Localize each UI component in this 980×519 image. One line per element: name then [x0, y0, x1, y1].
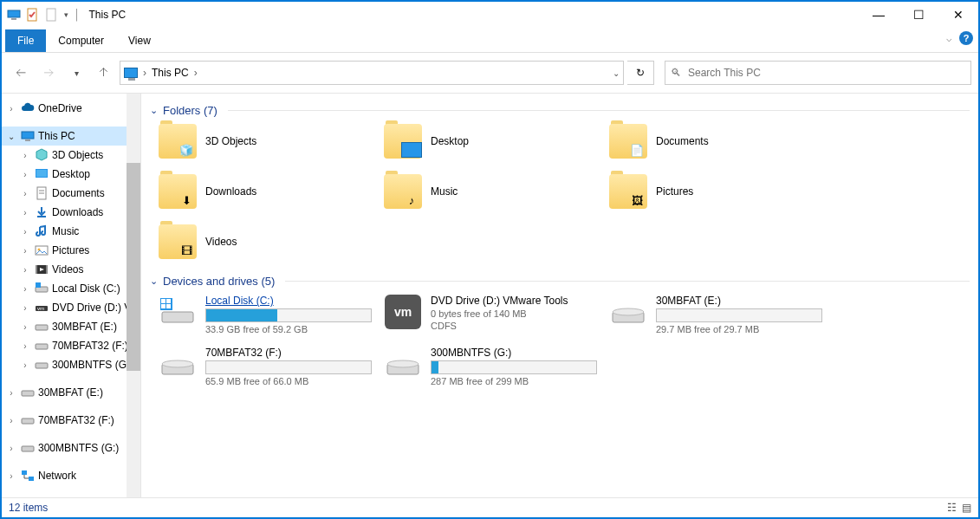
- breadcrumb-location[interactable]: This PC: [152, 67, 189, 79]
- svg-rect-22: [36, 325, 48, 330]
- tree-item[interactable]: ›OneDrive: [2, 99, 140, 118]
- tree-item[interactable]: ›Downloads: [2, 203, 140, 222]
- chevron-right-icon[interactable]: ›: [19, 265, 31, 275]
- chevron-right-icon[interactable]: ›: [19, 170, 31, 179]
- search-icon: 🔍︎: [671, 67, 681, 79]
- chevron-right-icon[interactable]: ›: [19, 303, 31, 313]
- view-details-icon[interactable]: ☷: [947, 502, 957, 514]
- drive-label: 70MBFAT32 (F:): [205, 347, 372, 359]
- back-button[interactable]: 🡠: [9, 61, 33, 85]
- tree-item-label: 30MBFAT (E:): [38, 386, 103, 399]
- disk-c-icon: [159, 295, 197, 329]
- folder-item[interactable]: 🖼Pictures: [609, 174, 826, 209]
- drive-label: 300MBNTFS (G:): [431, 347, 597, 359]
- tab-view[interactable]: View: [116, 29, 163, 52]
- tree-item[interactable]: ›30MBFAT (E:): [2, 317, 140, 336]
- svg-point-39: [162, 360, 193, 367]
- close-button[interactable]: ✕: [938, 2, 978, 28]
- help-icon[interactable]: ?: [959, 31, 973, 45]
- folder-label: Music: [431, 185, 458, 198]
- chevron-right-icon[interactable]: ›: [5, 388, 17, 398]
- address-bar[interactable]: › This PC › ⌄: [120, 61, 624, 85]
- group-header-drives[interactable]: ⌄ Devices and drives (5): [150, 275, 970, 288]
- tree-item[interactable]: ›Documents: [2, 184, 140, 203]
- search-input[interactable]: [686, 66, 965, 80]
- title-separator: │: [74, 9, 81, 21]
- chevron-right-icon[interactable]: ›: [5, 471, 17, 481]
- chevron-right-icon[interactable]: ›: [19, 341, 31, 351]
- up-button[interactable]: 🡡: [92, 61, 116, 85]
- folder-item[interactable]: 🎞Videos: [159, 224, 375, 259]
- tree-item[interactable]: ›30MBFAT (E:): [2, 383, 140, 402]
- tree-item[interactable]: ›Local Disk (C:): [2, 279, 140, 298]
- folder-item[interactable]: 📄Documents: [609, 124, 826, 159]
- search-box[interactable]: 🔍︎: [665, 61, 971, 85]
- chevron-right-icon[interactable]: ›: [19, 284, 31, 294]
- minimize-button[interactable]: —: [859, 2, 899, 28]
- tree-item-label: Desktop: [52, 168, 90, 180]
- group-header-folders[interactable]: ⌄ Folders (7): [150, 104, 970, 117]
- download-icon: ⬇: [176, 191, 197, 209]
- tree-item[interactable]: ›300MBNTFS (G:): [2, 355, 140, 374]
- chevron-right-icon[interactable]: ›: [5, 104, 17, 114]
- folder-item[interactable]: Desktop: [384, 124, 600, 159]
- refresh-button[interactable]: ↻: [627, 61, 654, 85]
- tree-item[interactable]: ›300MBNTFS (G:): [2, 438, 140, 457]
- tree-item[interactable]: ›3D Objects: [2, 146, 140, 165]
- tree-item[interactable]: ›Videos: [2, 260, 140, 279]
- drive-free-space: 29.7 MB free of 29.7 MB: [656, 324, 822, 334]
- tree-item[interactable]: ›Desktop: [2, 165, 140, 184]
- tree-item[interactable]: ›70MBFAT32 (F:): [2, 411, 140, 430]
- chevron-right-icon[interactable]: ›: [19, 322, 31, 332]
- tree-item-label: 30MBFAT (E:): [52, 321, 117, 333]
- download-icon: [35, 205, 49, 219]
- svg-rect-30: [162, 312, 193, 322]
- tree-item[interactable]: ⌄This PC: [2, 127, 140, 146]
- tab-computer[interactable]: Computer: [46, 29, 116, 52]
- qat-newfolder-icon[interactable]: [45, 8, 59, 22]
- chevron-right-icon[interactable]: ›: [19, 360, 31, 370]
- drive-item[interactable]: Local Disk (C:)33.9 GB free of 59.2 GB: [159, 295, 375, 334]
- tree-item[interactable]: ›Music: [2, 222, 140, 241]
- chevron-right-icon[interactable]: ›: [5, 444, 17, 453]
- qat-dropdown-icon[interactable]: ▾: [64, 10, 68, 19]
- tab-file[interactable]: File: [5, 29, 46, 52]
- video-icon: 🎞: [176, 242, 197, 259]
- chevron-right-icon[interactable]: ›: [19, 227, 31, 237]
- chevron-right-icon[interactable]: ›: [19, 208, 31, 217]
- tree-item-label: 300MBNTFS (G:): [52, 359, 133, 371]
- drive-item[interactable]: vmDVD Drive (D:) VMware Tools0 bytes fre…: [384, 295, 600, 334]
- tree-item-label: OneDrive: [38, 102, 82, 114]
- chevron-right-icon[interactable]: ›: [19, 151, 31, 160]
- chevron-right-icon[interactable]: ›: [5, 416, 17, 425]
- drive-item[interactable]: 30MBFAT (E:)29.7 MB free of 29.7 MB: [609, 295, 826, 334]
- tree-item[interactable]: ›Pictures: [2, 241, 140, 260]
- chevron-down-icon[interactable]: ⌄: [5, 132, 17, 141]
- forward-button[interactable]: 🡢: [36, 61, 61, 85]
- folder-item[interactable]: ♪Music: [384, 174, 600, 209]
- folder-icon: 🧊: [159, 124, 197, 159]
- sidebar-scrollbar-thumb[interactable]: [127, 163, 140, 371]
- group-divider: [285, 281, 970, 282]
- folder-label: Videos: [205, 236, 237, 248]
- drive-item[interactable]: 300MBNTFS (G:)287 MB free of 299 MB: [384, 347, 600, 386]
- recent-locations-icon[interactable]: ▾: [64, 61, 88, 85]
- drive-item[interactable]: 70MBFAT32 (F:)65.9 MB free of 66.0 MB: [159, 347, 375, 386]
- tree-item-label: Downloads: [52, 206, 103, 218]
- qat-properties-icon[interactable]: [26, 8, 40, 22]
- folder-icon: 📄: [609, 124, 647, 159]
- maximize-button[interactable]: ☐: [899, 2, 938, 28]
- ribbon-expand-icon[interactable]: ⌵: [946, 33, 952, 44]
- tree-item[interactable]: ›Network: [2, 466, 140, 485]
- dvd-icon: vm: [35, 301, 49, 315]
- pc-icon: [21, 129, 35, 143]
- tree-item[interactable]: ›vmDVD Drive (D:) V: [2, 298, 140, 317]
- address-dropdown-icon[interactable]: ⌄: [613, 68, 620, 78]
- folder-item[interactable]: ⬇Downloads: [159, 174, 375, 209]
- chevron-right-icon[interactable]: ›: [19, 246, 31, 256]
- folder-item[interactable]: 🧊3D Objects: [159, 124, 375, 159]
- tree-item[interactable]: ›70MBFAT32 (F:): [2, 336, 140, 355]
- chevron-right-icon[interactable]: ›: [19, 189, 31, 198]
- view-large-icon[interactable]: ▤: [962, 502, 971, 514]
- chevron-down-icon: ⌄: [150, 276, 158, 287]
